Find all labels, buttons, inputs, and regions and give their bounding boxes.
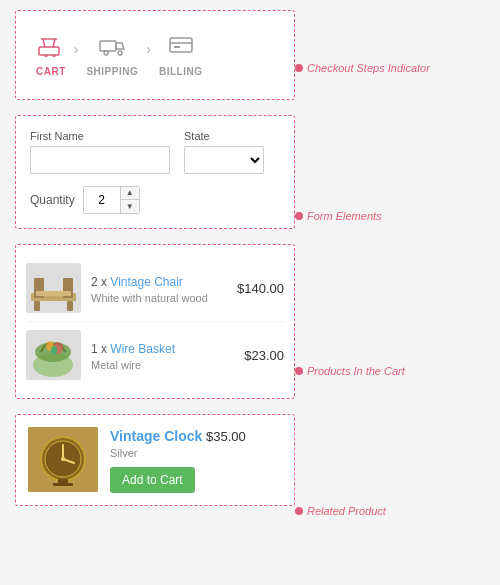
svg-rect-15 xyxy=(36,291,71,296)
annotation-text-4: Related Product xyxy=(307,505,386,517)
product-item-0: 2 x Vintage Chair White with natural woo… xyxy=(26,255,284,321)
product-link-basket[interactable]: Wire Basket xyxy=(110,342,175,356)
annotation-related: Related Product xyxy=(295,505,386,517)
svg-rect-16 xyxy=(34,301,40,311)
svg-rect-29 xyxy=(58,479,68,483)
checkout-steps: CART › SHIPPING › xyxy=(28,23,282,87)
annotation-products: Products In the Cart xyxy=(295,365,405,377)
annotation-checkout-steps: Checkout Steps Indicator xyxy=(295,62,430,74)
spinner-buttons: ▲ ▼ xyxy=(120,187,139,213)
svg-line-2 xyxy=(53,39,55,47)
state-select[interactable]: CA NY TX FL xyxy=(184,146,264,174)
step-shipping-label: SHIPPING xyxy=(86,66,138,77)
product-desc-basket: Metal wire xyxy=(91,359,234,371)
svg-point-22 xyxy=(51,346,57,354)
products-section: 2 x Vintage Chair White with natural woo… xyxy=(15,244,295,399)
svg-rect-30 xyxy=(53,483,73,486)
svg-rect-11 xyxy=(174,46,180,48)
related-price-value: $35.00 xyxy=(202,429,245,444)
quantity-label: Quantity xyxy=(30,193,75,207)
svg-point-7 xyxy=(104,51,108,55)
product-qty-basket: 1 x xyxy=(91,342,110,356)
annotation-dot-1 xyxy=(295,64,303,72)
product-info-chair: 2 x Vintage Chair White with natural woo… xyxy=(91,272,227,304)
step-cart[interactable]: CART xyxy=(36,33,66,77)
annotation-text-1: Checkout Steps Indicator xyxy=(307,62,430,74)
related-item: Vintage Clock $35.00 Silver Add to Cart xyxy=(28,427,282,493)
annotations: Checkout Steps Indicator Form Elements P… xyxy=(295,10,480,575)
svg-rect-0 xyxy=(39,47,59,55)
product-thumb-chair xyxy=(26,263,81,313)
form-row-top: First Name State CA NY TX FL xyxy=(30,130,280,174)
state-label: State xyxy=(184,130,264,142)
related-info: Vintage Clock $35.00 Silver Add to Cart xyxy=(110,427,282,493)
product-item-1: 1 x Wire Basket Metal wire $23.00 xyxy=(26,321,284,388)
state-group: State CA NY TX FL xyxy=(184,130,264,174)
cart-icon xyxy=(37,33,65,63)
annotation-form-elements: Form Elements xyxy=(295,210,382,222)
add-to-cart-button[interactable]: Add to Cart xyxy=(110,467,195,493)
product-title-row-chair: 2 x Vintage Chair xyxy=(91,272,227,290)
billing-icon xyxy=(167,33,195,63)
product-price-basket: $23.00 xyxy=(244,348,284,363)
product-info-basket: 1 x Wire Basket Metal wire xyxy=(91,339,234,371)
svg-rect-9 xyxy=(170,38,192,52)
first-name-label: First Name xyxy=(30,130,170,142)
svg-line-1 xyxy=(43,39,45,47)
annotation-text-3: Products In the Cart xyxy=(307,365,405,377)
quantity-row: Quantity 2 ▲ ▼ xyxy=(30,186,280,214)
svg-point-8 xyxy=(118,51,122,55)
step-shipping[interactable]: SHIPPING xyxy=(86,33,138,77)
product-price-chair: $140.00 xyxy=(237,281,284,296)
form-section: First Name State CA NY TX FL Quantity 2 … xyxy=(15,115,295,229)
svg-rect-17 xyxy=(67,301,73,311)
annotation-dot-2 xyxy=(295,212,303,220)
annotation-text-2: Form Elements xyxy=(307,210,382,222)
product-thumb-clock xyxy=(28,427,98,492)
quantity-spinner[interactable]: 2 ▲ ▼ xyxy=(83,186,140,214)
product-title-row-basket: 1 x Wire Basket xyxy=(91,339,234,357)
related-title-price: Vintage Clock $35.00 xyxy=(110,427,282,445)
svg-rect-6 xyxy=(100,41,116,51)
product-thumb-basket xyxy=(26,330,81,380)
checkout-steps-section: CART › SHIPPING › xyxy=(15,10,295,100)
step-cart-label: CART xyxy=(36,66,66,77)
shipping-icon xyxy=(98,33,126,63)
svg-point-28 xyxy=(61,457,65,461)
quantity-input[interactable]: 2 xyxy=(84,187,120,213)
annotation-dot-4 xyxy=(295,507,303,515)
product-desc-chair: White with natural wood xyxy=(91,292,227,304)
quantity-up-button[interactable]: ▲ xyxy=(121,187,139,200)
step-billing-label: BILLING xyxy=(159,66,203,77)
annotation-dot-3 xyxy=(295,367,303,375)
first-name-input[interactable] xyxy=(30,146,170,174)
product-qty-chair: 2 x xyxy=(91,275,110,289)
quantity-down-button[interactable]: ▼ xyxy=(121,200,139,213)
step-billing[interactable]: BILLING xyxy=(159,33,203,77)
arrow-1: › xyxy=(74,41,79,57)
arrow-2: › xyxy=(146,41,151,57)
related-product-title: Vintage Clock xyxy=(110,428,202,444)
first-name-group: First Name xyxy=(30,130,170,174)
related-product-section: Vintage Clock $35.00 Silver Add to Cart xyxy=(15,414,295,506)
product-link-chair[interactable]: Vintage Chair xyxy=(110,275,183,289)
related-product-variant: Silver xyxy=(110,447,282,459)
